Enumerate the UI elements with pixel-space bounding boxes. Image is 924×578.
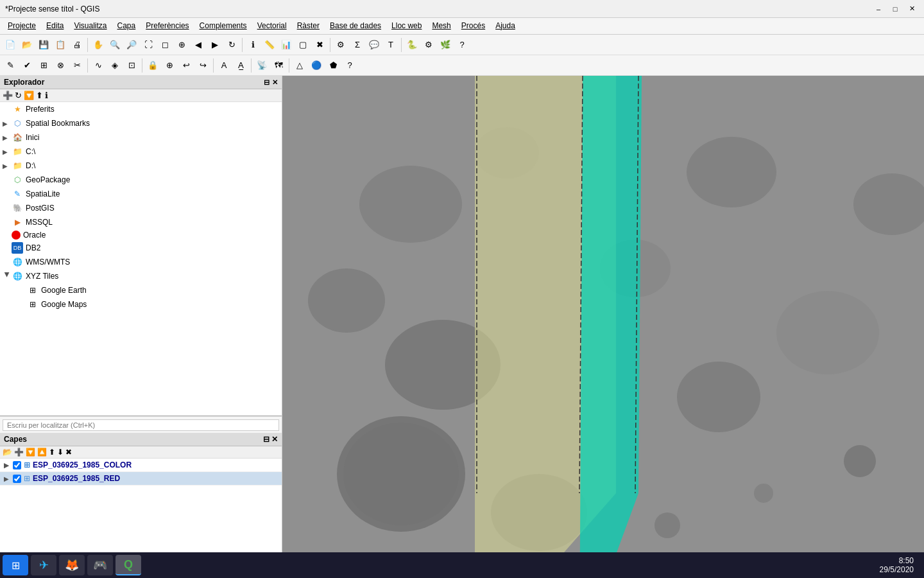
layers-float-button[interactable]: ⊟ xyxy=(263,435,270,444)
menu-preferencies[interactable]: Preferències xyxy=(141,19,194,33)
layers-remove-button[interactable]: ✖ xyxy=(65,448,72,457)
maximize-button[interactable]: □ xyxy=(888,3,902,15)
digitize-btn1[interactable]: ∿ xyxy=(90,58,106,73)
start-button[interactable]: ⊞ xyxy=(3,555,28,575)
save-as-button[interactable]: 📋 xyxy=(53,37,68,53)
refresh-button[interactable]: ↻ xyxy=(224,37,239,53)
menu-base-dades[interactable]: Base de dades xyxy=(325,19,386,33)
deselect-button[interactable]: ✖ xyxy=(312,37,327,53)
tree-item-d[interactable]: ▶ 📁 D:\ xyxy=(0,159,282,173)
save-button[interactable]: 💾 xyxy=(36,37,51,53)
zoom-select-button[interactable]: ⊕ xyxy=(174,37,189,53)
layers-open-button[interactable]: 📂 xyxy=(3,448,12,457)
search-input[interactable] xyxy=(3,419,279,431)
map-area[interactable] xyxy=(282,76,924,561)
analysis-btn4[interactable]: ? xyxy=(342,58,357,73)
taskbar-discord[interactable]: 🎮 xyxy=(87,555,113,575)
processing-button[interactable]: ⚙ xyxy=(421,37,436,53)
tree-item-oracle[interactable]: Oracle xyxy=(0,229,282,241)
explorer-collapse-button[interactable]: ⬆ xyxy=(36,91,43,100)
identify-button[interactable]: ℹ xyxy=(245,37,261,53)
zoom-out-button[interactable]: 🔎 xyxy=(124,37,139,53)
new-project-button[interactable]: 📄 xyxy=(3,37,18,53)
help-button[interactable]: ? xyxy=(454,37,470,53)
menu-proces[interactable]: Procés xyxy=(456,19,490,33)
minimize-button[interactable]: – xyxy=(871,3,886,15)
menu-complements[interactable]: Complements xyxy=(194,19,252,33)
menu-vectorial[interactable]: Vectorial xyxy=(252,19,292,33)
label-btn2[interactable]: A̲ xyxy=(233,58,248,73)
tree-item-mssql[interactable]: ▶ MSSQL xyxy=(0,215,282,229)
gps-btn2[interactable]: 🗺 xyxy=(271,58,286,73)
tree-item-spatialite[interactable]: ✎ SpatiaLite xyxy=(0,187,282,201)
digitize-btn2[interactable]: ◈ xyxy=(107,58,123,73)
layer-checkbox-color[interactable] xyxy=(13,461,21,469)
layer-item-red[interactable]: ▶ ⊞ ESP_036925_1985_RED xyxy=(0,472,282,486)
explorer-refresh-button[interactable]: ↻ xyxy=(15,91,22,100)
taskbar-telegram[interactable]: ✈ xyxy=(31,555,56,575)
edit-btn3[interactable]: ⊞ xyxy=(36,58,51,73)
pan-button[interactable]: ✋ xyxy=(90,37,106,53)
plugin2-button[interactable]: Σ xyxy=(350,37,365,53)
plugin1-button[interactable]: ⚙ xyxy=(333,37,348,53)
plugin3-button[interactable]: 💬 xyxy=(366,37,382,53)
menu-lloc-web[interactable]: Lloc web xyxy=(386,19,427,33)
zoom-in-button[interactable]: 🔍 xyxy=(107,37,123,53)
plugin4-button[interactable]: T xyxy=(383,37,398,53)
layers-filter-button[interactable]: 🔽 xyxy=(26,448,35,457)
measure-button[interactable]: 📏 xyxy=(262,37,277,53)
tree-item-xyz[interactable]: ▶ 🌐 XYZ Tiles xyxy=(0,269,282,283)
menu-ajuda[interactable]: Ajuda xyxy=(490,19,520,33)
snap-btn2[interactable]: ⊕ xyxy=(162,58,177,73)
zoom-next-button[interactable]: ▶ xyxy=(207,37,223,53)
tree-item-wms[interactable]: 🌐 WMS/WMTS xyxy=(0,255,282,269)
zoom-prev-button[interactable]: ◀ xyxy=(191,37,206,53)
zoom-full-button[interactable]: ⛶ xyxy=(141,37,156,53)
explorer-close-button[interactable]: ✕ xyxy=(272,78,278,87)
taskbar-qgis[interactable]: Q xyxy=(116,555,141,575)
edit-btn2[interactable]: ✔ xyxy=(19,58,35,73)
attribute-button[interactable]: 📊 xyxy=(278,37,294,53)
layers-move-up-button[interactable]: ⬆ xyxy=(49,448,55,457)
tree-item-geopackage[interactable]: ⬡ GeoPackage xyxy=(0,173,282,187)
snap-btn[interactable]: 🔒 xyxy=(145,58,160,73)
digitize-btn3[interactable]: ⊡ xyxy=(124,58,139,73)
close-button[interactable]: ✕ xyxy=(905,3,919,15)
layers-move-down-button[interactable]: ⬇ xyxy=(57,448,64,457)
analysis-btn3[interactable]: ⬟ xyxy=(325,58,341,73)
edit-btn1[interactable]: ✎ xyxy=(3,58,18,73)
layer-item-color[interactable]: ▶ ⊞ ESP_036925_1985_COLOR xyxy=(0,459,282,472)
tree-item-postgis[interactable]: 🐘 PostGIS xyxy=(0,201,282,215)
menu-edita[interactable]: Edita xyxy=(41,19,69,33)
tree-item-preferits[interactable]: ★ Preferits xyxy=(0,102,282,116)
redo-btn[interactable]: ↪ xyxy=(195,58,210,73)
python-button[interactable]: 🐍 xyxy=(404,37,420,53)
tree-item-bookmarks[interactable]: ▶ ⬡ Spatial Bookmarks xyxy=(0,116,282,130)
edit-btn5[interactable]: ✂ xyxy=(69,58,85,73)
explorer-add-button[interactable]: ➕ xyxy=(3,91,13,100)
label-btn[interactable]: A xyxy=(216,58,232,73)
open-button[interactable]: 📂 xyxy=(19,37,35,53)
tree-item-google-maps[interactable]: ⊞ Google Maps xyxy=(0,297,282,311)
analysis-btn2[interactable]: 🔵 xyxy=(309,58,324,73)
map-canvas[interactable] xyxy=(282,76,924,561)
explorer-filter-button[interactable]: 🔽 xyxy=(24,91,34,100)
taskbar-firefox[interactable]: 🦊 xyxy=(59,555,85,575)
tree-item-c[interactable]: ▶ 📁 C:\ xyxy=(0,144,282,159)
select-button[interactable]: ▢ xyxy=(295,37,311,53)
layers-add-button[interactable]: ➕ xyxy=(14,448,24,457)
layers-filter2-button[interactable]: 🔼 xyxy=(37,448,47,457)
tree-item-db2[interactable]: DB DB2 xyxy=(0,241,282,255)
tree-item-inici[interactable]: ▶ 🏠 Inici xyxy=(0,130,282,144)
plugin5-button[interactable]: 🌿 xyxy=(438,37,453,53)
explorer-info-button[interactable]: ℹ xyxy=(45,91,48,100)
analysis-btn1[interactable]: △ xyxy=(292,58,307,73)
layer-checkbox-red[interactable] xyxy=(13,475,21,483)
menu-projecte[interactable]: Projecte xyxy=(3,19,41,33)
print-button[interactable]: 🖨 xyxy=(69,37,85,53)
menu-mesh[interactable]: Mesh xyxy=(427,19,456,33)
tree-item-google-earth[interactable]: ⊞ Google Earth xyxy=(0,283,282,297)
layers-close-button[interactable]: ✕ xyxy=(271,435,278,444)
explorer-float-button[interactable]: ⊟ xyxy=(264,78,270,87)
menu-raster[interactable]: Ràster xyxy=(292,19,325,33)
